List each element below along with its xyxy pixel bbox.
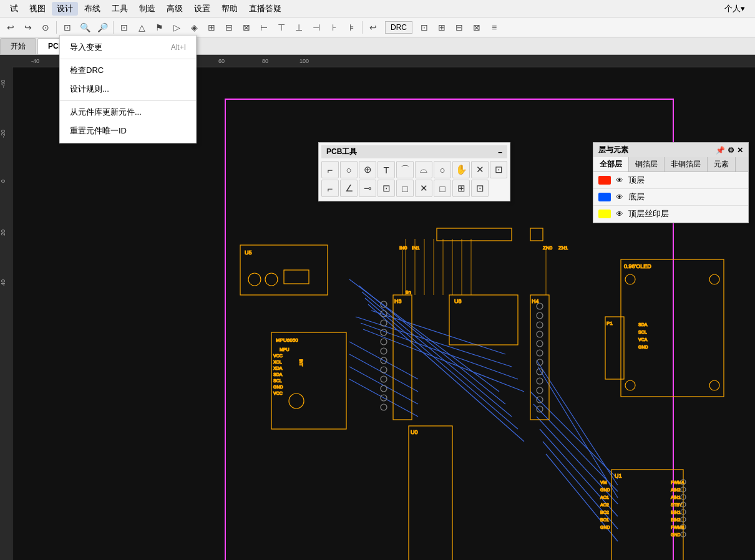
layer-bottom-visibility[interactable]: 👁 (615, 192, 625, 202)
svg-line-7 (361, 323, 518, 379)
menu-item-drc[interactable]: 检查DRC (60, 61, 196, 80)
layer-topsilk-visibility[interactable]: 👁 (615, 209, 625, 219)
layers-tab-all[interactable]: 全部层 (593, 157, 629, 171)
svg-text:AO2: AO2 (600, 503, 609, 507)
svg-text:U1: U1 (615, 473, 622, 479)
menu-item-import[interactable]: 导入变更 Alt+I (60, 38, 196, 57)
svg-point-39 (289, 393, 304, 408)
pcb-tool-pan[interactable]: ✋ (452, 161, 470, 178)
layers-tab-noncopper[interactable]: 非铜箔层 (665, 157, 708, 171)
layers-settings-icon[interactable]: ⚙ (728, 146, 734, 155)
zoom-in[interactable]: 🔍 (77, 19, 93, 36)
svg-line-10 (533, 404, 618, 491)
pcb-tool-text[interactable]: T (378, 161, 395, 178)
user-menu[interactable]: 个人▾ (719, 2, 750, 16)
pcb-tool-arc1[interactable]: ⌒ (396, 161, 414, 178)
pcb-toolbar-title[interactable]: PCB工具 – (321, 145, 507, 158)
pcb-tool-area[interactable]: ⊡ (378, 180, 395, 197)
pcb-toolbar-minimize[interactable]: – (498, 148, 502, 157)
menu-item-rules[interactable]: 设计规则... (60, 80, 196, 99)
tool13[interactable]: ⊦ (326, 19, 342, 36)
svg-point-44 (381, 320, 387, 326)
tool2[interactable]: △ (134, 19, 150, 36)
svg-text:U8: U8 (454, 298, 462, 304)
panel1[interactable]: ⊡ (416, 19, 432, 36)
pcb-tool-circle2[interactable]: ○ (434, 161, 451, 178)
menu-item-update[interactable]: 从元件库更新元件... (60, 103, 196, 122)
svg-text:GND: GND (273, 385, 283, 389)
pcb-tool-seg[interactable]: ⌐ (321, 180, 339, 197)
svg-rect-70 (409, 426, 452, 560)
pcb-tool-circle[interactable]: ○ (340, 161, 358, 178)
menu-test[interactable]: 试 (5, 2, 23, 16)
pcb-tool-grid[interactable]: ⊞ (452, 180, 470, 197)
tool5[interactable]: ◈ (186, 19, 202, 36)
svg-text:IN1: IN1 (412, 245, 420, 251)
panel2[interactable]: ⊞ (434, 19, 450, 36)
pcb-tool-route[interactable]: ⌐ (321, 161, 339, 178)
menu-design[interactable]: 设计 (52, 2, 78, 16)
panel4[interactable]: ⊠ (469, 19, 485, 36)
pcb-tool-rect[interactable]: □ (396, 180, 414, 197)
pcb-tool-matrix[interactable]: ⊡ (471, 180, 489, 197)
svg-text:VCC: VCC (273, 391, 283, 395)
tool1[interactable]: ⊡ (116, 19, 132, 36)
svg-text:PWMB: PWMB (671, 525, 684, 529)
tool8[interactable]: ⊠ (238, 19, 255, 36)
menu-route[interactable]: 布线 (79, 2, 105, 16)
layer-top-visibility[interactable]: 👁 (615, 175, 625, 185)
pcb-tool-via[interactable]: ⊕ (359, 161, 376, 178)
svg-point-51 (381, 385, 387, 392)
undo-button[interactable]: ↩ (2, 19, 19, 36)
menu-manufacture[interactable]: 制造 (134, 2, 160, 16)
layers-panel-title: 层与元素 📌 ⚙ ✕ (593, 143, 748, 157)
back-arrow[interactable]: ↩ (365, 19, 381, 36)
zoom-fit[interactable]: ⊡ (59, 19, 76, 36)
menu-advanced[interactable]: 高级 (162, 2, 188, 16)
ruler-v-mark-1: -40 (0, 80, 6, 88)
tool3[interactable]: ⚑ (151, 19, 167, 36)
panel5[interactable]: ≡ (486, 19, 502, 36)
menu-live[interactable]: 直播答疑 (244, 2, 286, 16)
menu-settings[interactable]: 设置 (189, 2, 215, 16)
svg-line-8 (363, 329, 524, 392)
redo-button[interactable]: ↪ (20, 19, 36, 36)
svg-point-106 (709, 274, 719, 284)
menu-item-reset-id[interactable]: 重置元件唯一ID (60, 122, 196, 140)
menu-tools[interactable]: 工具 (107, 2, 133, 16)
pcb-tool-arc2[interactable]: ⌓ (415, 161, 432, 178)
svg-text:ZN1: ZN1 (558, 245, 568, 251)
tool11[interactable]: ⊥ (291, 19, 307, 36)
svg-text:IN0: IN0 (399, 245, 407, 251)
svg-text:VCA: VCA (638, 337, 648, 342)
zoom-out[interactable]: 🔎 (94, 19, 110, 36)
menubar: 试 视图 设计 布线 工具 制造 高级 设置 帮助 直播答疑 个人▾ (0, 0, 755, 17)
svg-rect-27 (284, 270, 309, 284)
tool14[interactable]: ⊧ (343, 19, 359, 36)
pcb-tool-net[interactable]: ⊸ (359, 180, 376, 197)
tool10[interactable]: ⊤ (273, 19, 290, 36)
tool7[interactable]: ⊟ (221, 19, 237, 36)
layers-pin-icon[interactable]: 📌 (716, 146, 725, 155)
pcb-tool-box[interactable]: □ (434, 180, 451, 197)
tab-start[interactable]: 开始 (0, 38, 36, 54)
pcb-tool-angle[interactable]: ∠ (340, 180, 358, 197)
svg-text:BIN1: BIN1 (671, 510, 681, 514)
tool9[interactable]: ⊢ (256, 19, 272, 36)
tool4[interactable]: ▷ (168, 19, 185, 36)
svg-text:PWMA: PWMA (671, 480, 684, 485)
select-button[interactable]: ⊙ (37, 19, 54, 36)
menu-help[interactable]: 帮助 (217, 2, 243, 16)
pcb-tool-delete[interactable]: ✕ (471, 161, 489, 178)
pcb-tool-cross[interactable]: ✕ (415, 180, 432, 197)
svg-text:AIN1: AIN1 (671, 495, 681, 500)
drc-button[interactable]: DRC (385, 21, 412, 34)
tool6[interactable]: ⊞ (203, 19, 220, 36)
layers-close-icon[interactable]: ✕ (737, 146, 743, 155)
layers-tab-elements[interactable]: 元素 (708, 157, 736, 171)
layers-tab-copper[interactable]: 铜箔层 (629, 157, 665, 171)
pcb-tool-img[interactable]: ⊡ (490, 161, 507, 178)
menu-view[interactable]: 视图 (24, 2, 51, 16)
panel3[interactable]: ⊟ (451, 19, 467, 36)
tool12[interactable]: ⊣ (308, 19, 324, 36)
